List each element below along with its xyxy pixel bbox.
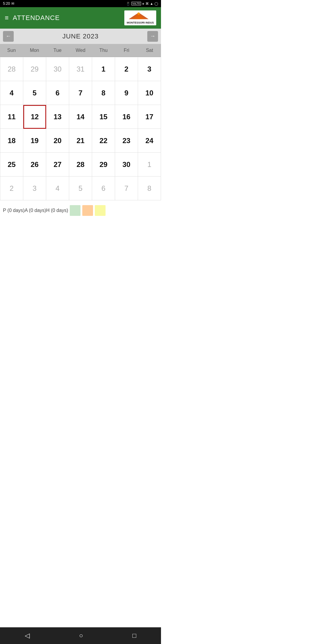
calendar-day-4[interactable]: 4 [0, 81, 23, 105]
calendar-grid: 2829303112345678910111213141516171819202… [0, 57, 161, 200]
calendar-day-28[interactable]: 28 [69, 153, 92, 177]
calendar-day-18[interactable]: 18 [0, 129, 23, 153]
logo-text: MONTESSORI INDUS [127, 21, 154, 24]
holiday-color-box [95, 205, 106, 216]
svg-point-2 [137, 12, 140, 15]
calendar-day-8-other[interactable]: 8 [138, 177, 161, 200]
signal-icon: ▲ [150, 2, 153, 5]
calendar-day-25[interactable]: 25 [0, 153, 23, 177]
calendar-day-24[interactable]: 24 [138, 129, 161, 153]
day-header-sat: Sat [138, 44, 161, 57]
logo-image [127, 12, 151, 20]
present-label: P (0 days) [3, 208, 25, 213]
app-header: ≡ ATTENDANCE MONTESSORI INDUS [0, 7, 161, 29]
calendar-day-30-other[interactable]: 30 [46, 57, 69, 81]
prev-month-button[interactable]: ← [3, 31, 14, 42]
calendar-day-5[interactable]: 5 [23, 81, 46, 105]
calendar-day-30[interactable]: 30 [115, 153, 138, 177]
calendar-day-7[interactable]: 7 [69, 81, 92, 105]
calendar-day-22[interactable]: 22 [92, 129, 115, 153]
calendar-day-9[interactable]: 9 [115, 81, 138, 105]
app-title: ATTENDANCE [13, 14, 60, 22]
calendar-day-6[interactable]: 6 [46, 81, 69, 105]
alarm-icon: ◯ [154, 2, 158, 6]
calendar-day-2-other[interactable]: 2 [0, 177, 23, 200]
holiday-label: H (0 days) [46, 208, 68, 213]
day-headers-row: Sun Mon Tue Wed Thu Fri Sat [0, 44, 161, 57]
calendar-day-3[interactable]: 3 [138, 57, 161, 81]
absent-label: A (0 days) [25, 208, 46, 213]
status-bar: 5:20 ✉ 📱 VoLTE ⎈ ⌘ ▲ ◯ [0, 0, 161, 7]
calendar-day-29-other[interactable]: 29 [23, 57, 46, 81]
calendar-day-8[interactable]: 8 [92, 81, 115, 105]
logo-box: MONTESSORI INDUS [124, 10, 156, 26]
volte-icon: VoLTE [131, 2, 141, 5]
calendar-day-26[interactable]: 26 [23, 153, 46, 177]
wifi-icon: ⌘ [145, 2, 149, 6]
header-left: ≡ ATTENDANCE [5, 14, 60, 22]
calendar-day-5-other[interactable]: 5 [69, 177, 92, 200]
calendar-day-23[interactable]: 23 [115, 129, 138, 153]
status-right: 📱 VoLTE ⎈ ⌘ ▲ ◯ [126, 2, 158, 6]
calendar-day-11[interactable]: 11 [0, 105, 23, 129]
calendar-day-17[interactable]: 17 [138, 105, 161, 129]
legend: P (0 days) A (0 days) H (0 days) [0, 200, 161, 221]
day-header-sun: Sun [0, 44, 23, 57]
present-color-box [70, 205, 80, 216]
calendar-day-1-other[interactable]: 1 [138, 153, 161, 177]
day-header-tue: Tue [46, 44, 69, 57]
calendar-day-27[interactable]: 27 [46, 153, 69, 177]
month-navigation: ← JUNE 2023 → [0, 29, 161, 44]
calendar-day-15[interactable]: 15 [92, 105, 115, 129]
day-header-wed: Wed [69, 44, 92, 57]
calendar-day-31-other[interactable]: 31 [69, 57, 92, 81]
calendar-day-2[interactable]: 2 [115, 57, 138, 81]
calendar-day-10[interactable]: 10 [138, 81, 161, 105]
status-left: 5:20 ✉ [3, 1, 14, 6]
day-header-mon: Mon [23, 44, 46, 57]
calendar-day-7-other[interactable]: 7 [115, 177, 138, 200]
calendar-day-21[interactable]: 21 [69, 129, 92, 153]
msg-icon: ✉ [11, 1, 14, 6]
phone-icon: 📱 [126, 2, 130, 6]
day-header-thu: Thu [92, 44, 115, 57]
calendar-day-16[interactable]: 16 [115, 105, 138, 129]
calendar-day-6-other[interactable]: 6 [92, 177, 115, 200]
calendar-day-1[interactable]: 1 [92, 57, 115, 81]
calendar-day-3-other[interactable]: 3 [23, 177, 46, 200]
month-title: JUNE 2023 [62, 32, 99, 40]
calendar-day-4-other[interactable]: 4 [46, 177, 69, 200]
calendar-day-29[interactable]: 29 [92, 153, 115, 177]
calendar-day-28-other[interactable]: 28 [0, 57, 23, 81]
calendar-day-19[interactable]: 19 [23, 129, 46, 153]
next-month-button[interactable]: → [147, 31, 158, 42]
calendar-day-20[interactable]: 20 [46, 129, 69, 153]
calendar-day-13[interactable]: 13 [46, 105, 69, 129]
status-time: 5:20 [3, 1, 10, 6]
calendar-day-12[interactable]: 12 [23, 105, 46, 129]
absent-color-box [82, 205, 93, 216]
menu-icon[interactable]: ≡ [5, 14, 9, 22]
day-header-fri: Fri [115, 44, 138, 57]
calendar-day-14[interactable]: 14 [69, 105, 92, 129]
bluetooth-icon: ⎈ [142, 2, 144, 5]
